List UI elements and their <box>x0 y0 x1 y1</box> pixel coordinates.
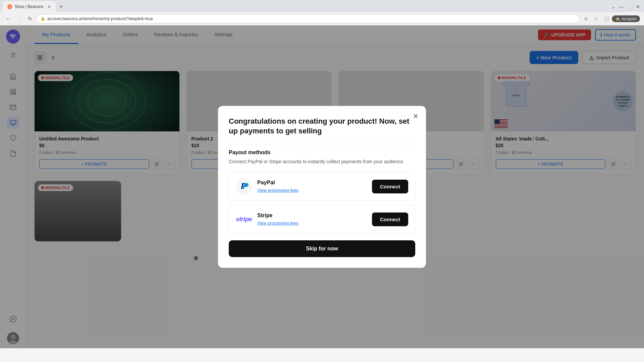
stripe-connect-button[interactable]: Connect <box>372 213 408 226</box>
close-icon[interactable]: ✕ <box>635 3 641 11</box>
cast-button[interactable]: ⎋ <box>582 14 590 23</box>
modal-divider <box>229 144 415 144</box>
paypal-logo: P P <box>236 178 252 194</box>
nav-actions: ⎋ ☆ ⬜ 🕵 Incognito <box>582 14 640 23</box>
restore-icon[interactable]: ⬜ <box>626 3 634 11</box>
payment-modal: ✕ Congratulations on creating your produ… <box>218 106 426 268</box>
tab-dropdown-icon[interactable]: ⌄ <box>610 3 617 11</box>
active-tab[interactable]: S Store | Beacons ✕ <box>3 1 56 12</box>
forward-button[interactable]: → <box>15 14 23 23</box>
payout-methods-section: Payout methods Connect PayPal or Stripe … <box>229 149 415 234</box>
app-container: ☰ My Products An <box>0 25 644 348</box>
nav-bar: ← → ↻ 🔒 account.beacons.ai/store/home/my… <box>0 12 644 25</box>
tab-bar: S Store | Beacons ✕ + ⌄ — ⬜ ✕ <box>0 0 644 12</box>
paypal-name: PayPal <box>257 180 367 186</box>
paypal-option: P P PayPal View processing fees Connect <box>229 172 415 201</box>
lock-icon: 🔒 <box>41 16 45 21</box>
svg-text:P: P <box>243 181 249 191</box>
bookmark-button[interactable]: ☆ <box>592 14 600 23</box>
tab-favicon: S <box>7 4 12 9</box>
paypal-fees-link[interactable]: View processing fees <box>257 188 299 193</box>
stripe-fees-link[interactable]: View processing fees <box>257 221 299 226</box>
tab-title: Store | Beacons <box>15 4 43 9</box>
modal-overlay[interactable]: ✕ Congratulations on creating your produ… <box>0 25 644 348</box>
svg-text:stripe: stripe <box>236 216 252 223</box>
incognito-label: Incognito <box>622 17 637 21</box>
payout-methods-desc: Connect PayPal or Stripe accounts to ins… <box>229 158 415 165</box>
stripe-logo: stripe <box>236 211 252 227</box>
payout-methods-title: Payout methods <box>229 149 415 156</box>
browser-chrome: S Store | Beacons ✕ + ⌄ — ⬜ ✕ ← → ↻ 🔒 ac… <box>0 0 644 25</box>
tab-close-icon[interactable]: ✕ <box>47 4 51 9</box>
address-bar[interactable]: 🔒 account.beacons.ai/store/home/my-produ… <box>36 14 580 23</box>
skip-for-now-button[interactable]: Skip for now <box>229 240 415 257</box>
paypal-info: PayPal View processing fees <box>257 180 367 193</box>
new-tab-button[interactable]: + <box>56 2 66 11</box>
minimize-icon[interactable]: — <box>618 3 625 11</box>
modal-title: Congratulations on creating your product… <box>229 117 415 136</box>
extensions-button[interactable]: ⬜ <box>602 14 610 23</box>
back-button[interactable]: ← <box>4 14 13 23</box>
incognito-badge: 🕵 Incognito <box>612 15 640 22</box>
modal-close-button[interactable]: ✕ <box>411 111 421 121</box>
url-text: account.beacons.ai/store/home/my-product… <box>47 16 153 21</box>
stripe-info: Stripe View processing fees <box>257 213 367 226</box>
reload-button[interactable]: ↻ <box>25 14 34 23</box>
paypal-connect-button[interactable]: Connect <box>372 180 408 193</box>
stripe-option: stripe Stripe View processing fees Conne… <box>229 205 415 234</box>
stripe-name: Stripe <box>257 213 367 219</box>
incognito-icon: 🕵 <box>615 16 620 21</box>
